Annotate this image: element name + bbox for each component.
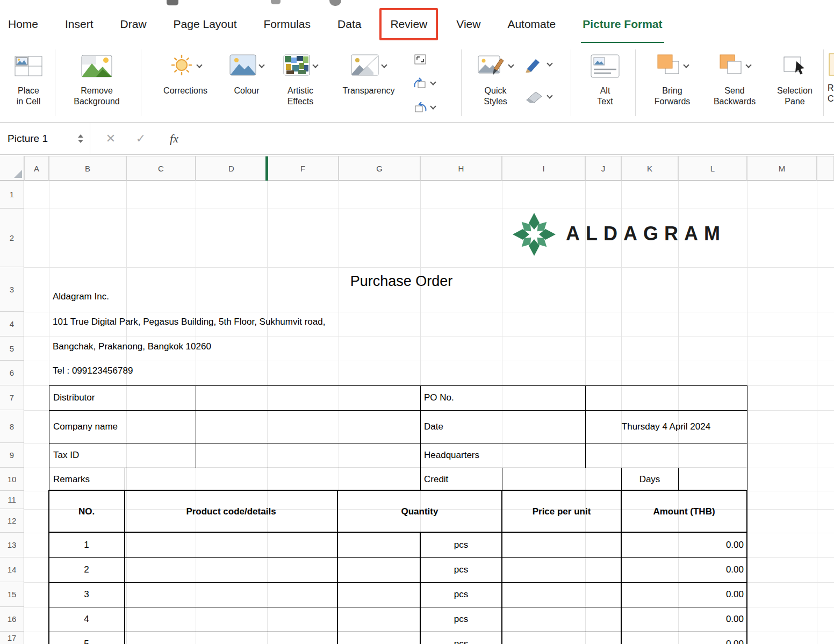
clipped-ribbon-button[interactable]: R C xyxy=(828,51,834,104)
item-row-unit[interactable]: pcs xyxy=(420,557,502,582)
name-box[interactable]: Picture 1 xyxy=(0,123,90,154)
tab-data[interactable]: Data xyxy=(337,18,361,31)
stepper-up-icon[interactable] xyxy=(78,134,83,138)
tab-review-highlighted[interactable]: Review xyxy=(379,8,438,40)
tab-automate[interactable]: Automate xyxy=(507,18,556,31)
chevron-down-icon[interactable] xyxy=(745,62,751,68)
item-row-amount[interactable]: 0.00 xyxy=(621,533,744,557)
select-all-corner[interactable] xyxy=(0,156,24,181)
send-backwards-button[interactable]: Send Backwards xyxy=(705,49,764,107)
picture-effects-eraser-button[interactable] xyxy=(524,81,552,113)
row-header-16[interactable]: 16 xyxy=(0,607,24,632)
cell-company-name[interactable]: Aldagram Inc. xyxy=(53,291,109,302)
cell-phone[interactable]: Tel : 099123456789 xyxy=(53,366,133,376)
chevron-down-icon[interactable] xyxy=(196,62,202,68)
bring-forwards-button[interactable]: Bring Forwards xyxy=(646,49,699,107)
stepper-down-icon[interactable] xyxy=(78,140,83,143)
item-row-amount[interactable]: 0.00 xyxy=(621,557,744,582)
item-row-no[interactable]: 3 xyxy=(49,582,124,607)
row-header-6[interactable]: 6 xyxy=(0,361,24,385)
name-box-stepper[interactable] xyxy=(78,134,83,143)
corrections-button[interactable]: Corrections xyxy=(152,49,219,96)
col-header-J[interactable]: J xyxy=(585,156,621,181)
col-header-B[interactable]: B xyxy=(49,156,126,181)
row-header-13[interactable]: 13 xyxy=(0,533,24,557)
cell-address-line1[interactable]: 101 True Digital Park, Pegasus Building,… xyxy=(53,317,325,327)
insert-function-icon[interactable]: fx xyxy=(161,123,187,154)
row-header-15[interactable]: 15 xyxy=(0,582,24,607)
cancel-icon[interactable]: ✕ xyxy=(99,123,123,154)
row-header-10[interactable]: 10 xyxy=(0,468,24,491)
quick-styles-button[interactable]: Quick Styles xyxy=(469,49,522,107)
cell-date-value[interactable]: Thursday 4 April 2024 xyxy=(585,410,747,443)
col-header-M[interactable]: M xyxy=(747,156,817,181)
alt-text-button[interactable]: Alt Text xyxy=(584,49,627,107)
cell-address-line2[interactable]: Bangchak, Prakanong, Bangkok 10260 xyxy=(53,341,211,352)
tab-draw[interactable]: Draw xyxy=(120,18,147,31)
tab-view[interactable]: View xyxy=(456,18,480,31)
label-credit[interactable]: Credit xyxy=(424,468,448,491)
place-in-cell-button[interactable]: Place in Cell xyxy=(6,49,51,107)
row-header-3[interactable]: 3 xyxy=(0,267,24,312)
label-company-name[interactable]: Company name xyxy=(53,410,118,443)
item-row-unit[interactable]: pcs xyxy=(420,582,502,607)
chevron-down-icon[interactable] xyxy=(430,103,436,109)
label-tax-id[interactable]: Tax ID xyxy=(53,443,79,468)
table-header-no[interactable]: NO. xyxy=(49,491,124,533)
formula-input[interactable] xyxy=(193,123,834,154)
chevron-down-icon[interactable] xyxy=(381,62,387,68)
table-header-amount[interactable]: Amount (THB) xyxy=(621,491,747,533)
table-header-quantity[interactable]: Quantity xyxy=(337,491,502,533)
row-header-14[interactable]: 14 xyxy=(0,557,24,582)
item-row-amount[interactable]: 0.00 xyxy=(621,582,744,607)
titlebar-fragment-icon[interactable] xyxy=(329,0,341,6)
aldagram-logo-text[interactable]: ALDAGRAM xyxy=(566,223,726,245)
row-header-8[interactable]: 8 xyxy=(0,410,24,443)
reset-picture-button[interactable] xyxy=(413,47,435,71)
document-title[interactable]: Purchase Order xyxy=(267,273,536,290)
tab-formulas[interactable]: Formulas xyxy=(264,18,311,31)
col-header-I[interactable]: I xyxy=(502,156,585,181)
tab-picture-format-active[interactable]: Picture Format xyxy=(583,18,662,31)
col-header-L[interactable]: L xyxy=(678,156,747,181)
table-header-product[interactable]: Product code/details xyxy=(125,491,337,533)
chevron-down-icon[interactable] xyxy=(547,60,552,66)
tab-page-layout[interactable]: Page Layout xyxy=(174,18,237,31)
titlebar-fragment-icon[interactable] xyxy=(167,0,178,5)
item-row-unit[interactable]: pcs xyxy=(420,533,502,557)
label-date[interactable]: Date xyxy=(424,410,443,443)
chevron-down-icon[interactable] xyxy=(258,62,264,68)
chevron-down-icon[interactable] xyxy=(547,92,552,98)
row-header-17[interactable]: 17 xyxy=(0,632,24,644)
row-header-11[interactable]: 11 xyxy=(0,491,24,509)
label-po-no[interactable]: PO No. xyxy=(424,385,454,410)
table-header-price[interactable]: Price per unit xyxy=(502,491,621,533)
col-header-D[interactable]: D xyxy=(196,156,267,181)
col-header-A[interactable]: A xyxy=(24,156,49,181)
transparency-button[interactable]: Transparency xyxy=(331,49,406,96)
item-row-no[interactable]: 4 xyxy=(49,607,124,632)
tab-home[interactable]: Home xyxy=(8,18,38,31)
tab-insert[interactable]: Insert xyxy=(65,18,94,31)
picture-border-pen-button[interactable] xyxy=(524,48,552,81)
chevron-down-icon[interactable] xyxy=(508,62,514,68)
label-days[interactable]: Days xyxy=(621,468,678,491)
item-row-no[interactable]: 1 xyxy=(49,533,124,557)
item-row-amount[interactable]: 0.00 xyxy=(621,632,744,644)
row-header-9[interactable]: 9 xyxy=(0,443,24,468)
col-header-C[interactable]: C xyxy=(126,156,196,181)
col-header-F[interactable]: F xyxy=(267,156,339,181)
row-header-1[interactable]: 1 xyxy=(0,181,24,209)
col-header-G[interactable]: G xyxy=(339,156,420,181)
rotate-left-button[interactable] xyxy=(413,71,435,96)
rotate-right-button[interactable] xyxy=(413,96,435,120)
item-row-unit[interactable]: pcs xyxy=(420,607,502,632)
row-header-2[interactable]: 2 xyxy=(0,209,24,267)
selection-pane-button[interactable]: Selection Pane xyxy=(770,49,820,107)
aldagram-logo-icon[interactable] xyxy=(511,211,558,258)
col-header-partial[interactable] xyxy=(817,156,834,181)
item-row-no[interactable]: 5 xyxy=(49,632,124,644)
item-row-amount[interactable]: 0.00 xyxy=(621,607,744,632)
row-header-5[interactable]: 5 xyxy=(0,337,24,361)
item-row-unit[interactable]: pcs xyxy=(420,632,502,644)
